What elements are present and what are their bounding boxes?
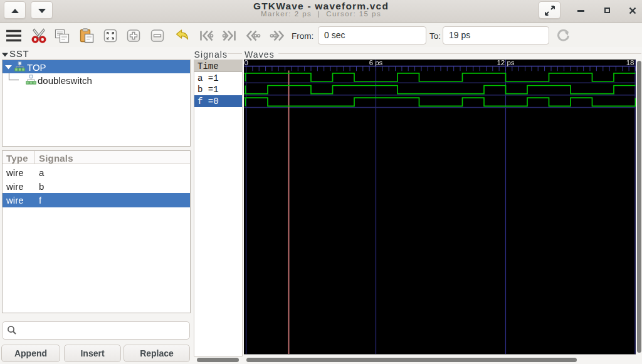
svg-text:0: 0 [245,60,248,66]
svg-text:12 ps: 12 ps [497,60,514,66]
svg-text:6 ps: 6 ps [369,60,383,66]
svg-text:18: 18 [626,60,634,66]
